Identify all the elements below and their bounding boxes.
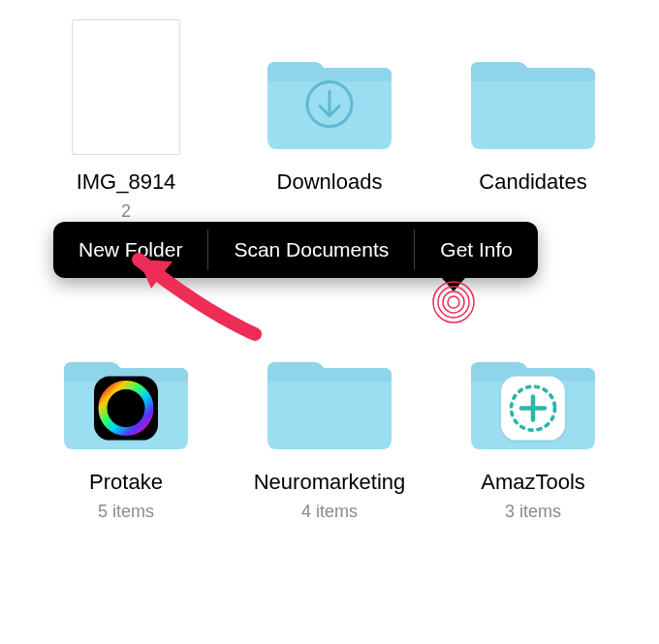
item-meta: 5 items [98, 502, 154, 522]
svg-point-6 [448, 296, 459, 308]
file-thumbnail [72, 19, 180, 155]
context-menu-caret-icon [442, 278, 465, 291]
svg-point-2 [103, 385, 149, 432]
item-name: Candidates [479, 169, 586, 196]
item-name: IMG_8914 [77, 169, 176, 196]
item-meta: 3 items [505, 502, 561, 522]
app-badge-protake [94, 377, 158, 441]
folder-item-neuromarketing[interactable]: Neuromarketing 4 items [233, 349, 426, 522]
item-name: AmazTools [481, 469, 585, 496]
folder-item-protake[interactable]: Protake 5 items [29, 349, 223, 522]
context-menu: New Folder Scan Documents Get Info [53, 222, 538, 278]
folder-icon [465, 349, 601, 455]
file-grid: IMG_8914 2 Downloads Cand [0, 0, 659, 644]
item-meta: 4 items [301, 502, 358, 522]
file-item[interactable]: IMG_8914 2 [29, 19, 223, 222]
item-meta: 2 [121, 201, 131, 222]
menu-scan-documents[interactable]: Scan Documents [208, 222, 414, 278]
folder-icon [465, 48, 601, 155]
folder-icon [262, 48, 397, 155]
item-name: Neuromarketing [254, 469, 406, 496]
svg-point-7 [443, 291, 464, 313]
folder-icon [58, 349, 194, 455]
menu-new-folder[interactable]: New Folder [53, 222, 207, 278]
item-name: Downloads [277, 169, 383, 196]
folder-item-downloads[interactable]: Downloads [233, 48, 426, 196]
folder-item-candidates[interactable]: Candidates [436, 48, 630, 196]
item-name: Protake [89, 469, 163, 496]
app-badge-amaztools [501, 377, 565, 441]
folder-icon [262, 349, 397, 455]
download-arrow-icon [304, 79, 355, 130]
folder-item-amaztools[interactable]: AmazTools 3 items [436, 349, 630, 522]
menu-get-info[interactable]: Get Info [415, 222, 538, 278]
